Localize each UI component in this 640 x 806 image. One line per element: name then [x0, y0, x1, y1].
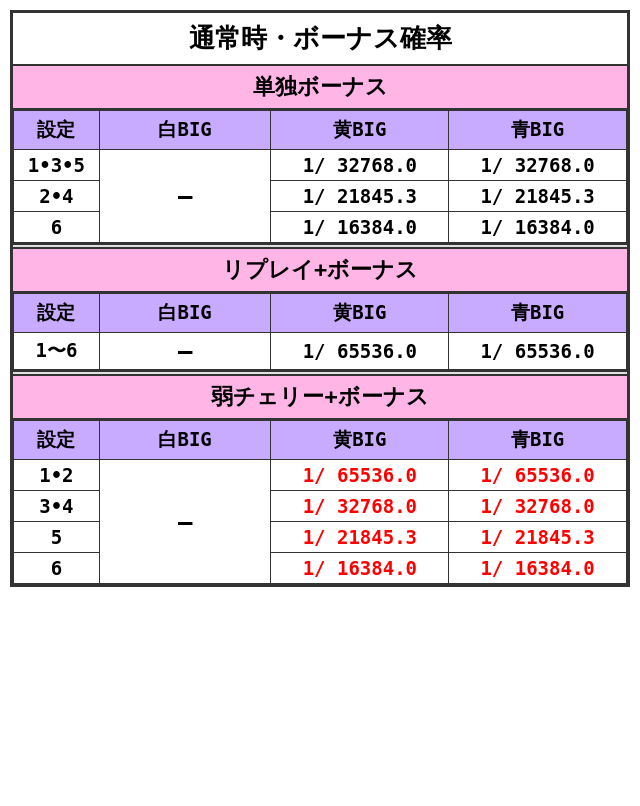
section-title-yowacherry: 弱チェリー+ボーナス [13, 376, 627, 420]
cell-shiro: — [99, 150, 271, 243]
cell-ki: 1/ 65536.0 [271, 333, 449, 370]
header-row-yowacherry: 設定 白BIG 黄BIG 青BIG [14, 421, 627, 460]
cell-setting: 3•4 [14, 491, 100, 522]
cell-setting: 1•3•5 [14, 150, 100, 181]
main-title: 通常時・ボーナス確率 [13, 13, 627, 66]
cell-ao: 1/ 16384.0 [449, 212, 627, 243]
header-row-replay: 設定 白BIG 黄BIG 青BIG [14, 294, 627, 333]
cell-setting: 2•4 [14, 181, 100, 212]
cell-setting: 6 [14, 553, 100, 584]
th-ki-1: 黄BIG [271, 111, 449, 150]
th-setsu-2: 設定 [14, 294, 100, 333]
cell-ao: 1/ 32768.0 [449, 491, 627, 522]
cell-ki: 1/ 32768.0 [271, 150, 449, 181]
th-ki-3: 黄BIG [271, 421, 449, 460]
table-row: 1•3•5—1/ 32768.01/ 32768.0 [14, 150, 627, 181]
th-ao-1: 青BIG [449, 111, 627, 150]
main-container: 通常時・ボーナス確率 単独ボーナス 設定 白BIG 黄BIG 青BIG 1•3•… [10, 10, 630, 587]
cell-ki: 1/ 32768.0 [271, 491, 449, 522]
cell-ao: 1/ 21845.3 [449, 522, 627, 553]
cell-ki: 1/ 16384.0 [271, 212, 449, 243]
header-row-tandoku: 設定 白BIG 黄BIG 青BIG [14, 111, 627, 150]
th-shiro-3: 白BIG [99, 421, 271, 460]
cell-shiro: — [99, 460, 271, 584]
cell-ao: 1/ 65536.0 [449, 460, 627, 491]
th-shiro-1: 白BIG [99, 111, 271, 150]
cell-setting: 5 [14, 522, 100, 553]
cell-ki: 1/ 65536.0 [271, 460, 449, 491]
cell-setting: 6 [14, 212, 100, 243]
cell-ao: 1/ 32768.0 [449, 150, 627, 181]
section-title-tandoku: 単独ボーナス [13, 66, 627, 110]
th-setsu-1: 設定 [14, 111, 100, 150]
table-tandoku: 設定 白BIG 黄BIG 青BIG 1•3•5—1/ 32768.01/ 327… [13, 110, 627, 243]
cell-ki: 1/ 21845.3 [271, 181, 449, 212]
cell-ao: 1/ 16384.0 [449, 553, 627, 584]
cell-ki: 1/ 16384.0 [271, 553, 449, 584]
th-shiro-2: 白BIG [99, 294, 271, 333]
th-ao-3: 青BIG [449, 421, 627, 460]
cell-setting: 1〜6 [14, 333, 100, 370]
cell-ao: 1/ 21845.3 [449, 181, 627, 212]
cell-ki: 1/ 21845.3 [271, 522, 449, 553]
section-title-replay: リプレイ+ボーナス [13, 249, 627, 293]
th-setsu-3: 設定 [14, 421, 100, 460]
cell-ao: 1/ 65536.0 [449, 333, 627, 370]
th-ki-2: 黄BIG [271, 294, 449, 333]
table-row: 1〜6—1/ 65536.01/ 65536.0 [14, 333, 627, 370]
table-yowacherry: 設定 白BIG 黄BIG 青BIG 1•2—1/ 65536.01/ 65536… [13, 420, 627, 584]
table-row: 1•2—1/ 65536.01/ 65536.0 [14, 460, 627, 491]
table-replay: 設定 白BIG 黄BIG 青BIG 1〜6—1/ 65536.01/ 65536… [13, 293, 627, 370]
cell-setting: 1•2 [14, 460, 100, 491]
th-ao-2: 青BIG [449, 294, 627, 333]
cell-shiro: — [99, 333, 271, 370]
